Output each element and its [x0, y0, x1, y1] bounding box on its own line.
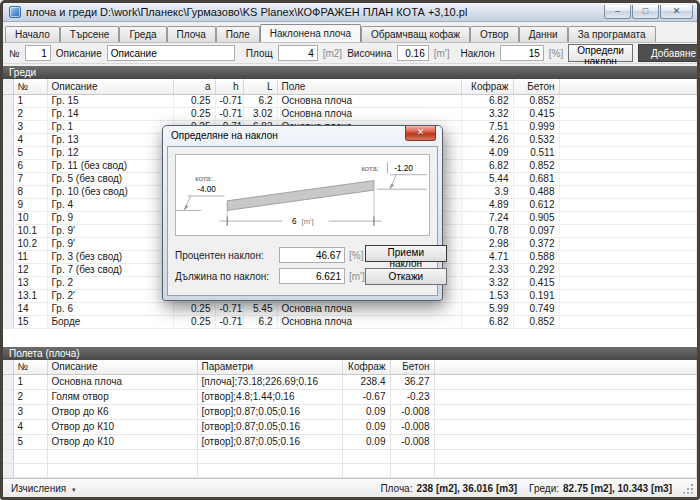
row-selector[interactable]	[3, 237, 13, 250]
table-row[interactable]: 4Отвор до К10[отвор];0.87;0.05;0.160.09-…	[3, 420, 697, 435]
column-header-no[interactable]: №	[13, 360, 47, 375]
column-header-kofraj[interactable]: Кофраж	[342, 360, 390, 375]
column-header-l[interactable]: L	[243, 79, 277, 94]
cell-filler	[559, 302, 697, 315]
row-selector[interactable]	[3, 450, 13, 464]
area-input[interactable]	[278, 45, 318, 61]
cell-beton: 0.749	[513, 302, 559, 315]
column-header-a[interactable]: a	[173, 79, 215, 94]
calculations-menu[interactable]: Изчисления ▾	[11, 483, 75, 494]
column-header-beton[interactable]: Бетон	[390, 360, 434, 375]
cell-filler	[434, 420, 697, 435]
column-header-beton[interactable]: Бетон	[513, 79, 559, 94]
cell-filler	[559, 94, 697, 107]
row-selector[interactable]	[3, 172, 13, 185]
column-header-h[interactable]: h	[215, 79, 243, 94]
column-header-kofraj[interactable]: Кофраж	[461, 79, 513, 94]
tab-1[interactable]: Търсене	[60, 26, 120, 42]
slab-total-value: 238 [m2], 36.016 [m3]	[416, 483, 517, 494]
tab-2[interactable]: Греда	[119, 26, 166, 42]
row-selector[interactable]	[3, 146, 13, 159]
row-selector[interactable]	[3, 302, 13, 315]
maximize-button[interactable]: □	[632, 5, 659, 19]
number-input[interactable]	[25, 45, 51, 61]
table-row[interactable]: 2Гр. 140.25-0.713.02Основна плоча3.320.4…	[3, 107, 697, 120]
table-row[interactable]: 1Основна плоча[плоча];73.18;226.69;0.162…	[3, 375, 697, 390]
cell-filler	[434, 405, 697, 420]
row-selector[interactable]	[3, 405, 13, 420]
accept-slope-button[interactable]: Приеми наклон	[365, 245, 447, 262]
table-row[interactable]: 1Гр. 150.25-0.716.2Основна плоча6.820.85…	[3, 94, 697, 107]
row-selector[interactable]	[3, 464, 13, 478]
column-header-desc[interactable]: Описание	[47, 79, 173, 94]
column-header-params[interactable]: Параметри	[197, 360, 342, 375]
define-slope-button[interactable]: Определи наклон	[568, 44, 633, 62]
cell-no: 2	[13, 390, 47, 405]
tab-5[interactable]: Наклонена плоча	[260, 24, 361, 42]
row-selector[interactable]	[3, 198, 13, 211]
row-selector[interactable]	[3, 250, 13, 263]
cancel-button[interactable]: Откажи	[365, 268, 447, 285]
table-row[interactable]: 15Борде0.25-0.716.2Основна плоча6.820.85…	[3, 315, 697, 328]
description-input[interactable]	[107, 45, 235, 61]
row-selector[interactable]	[3, 263, 13, 276]
row-selector[interactable]	[3, 289, 13, 302]
table-row[interactable]: 2Голям отвор[отвор];4.8;1.44;0.16-0.67-0…	[3, 390, 697, 405]
row-selector[interactable]	[3, 435, 13, 450]
row-selector[interactable]	[3, 185, 13, 198]
row-selector[interactable]	[3, 375, 13, 390]
span-value: 6	[292, 217, 297, 226]
titlebar: плоча и греди D:\work\Планекс\Гурмазово\…	[3, 3, 697, 22]
cell-desc: Гр. 10 (без свод)	[47, 185, 173, 198]
row-selector[interactable]	[3, 133, 13, 146]
cell-beton: 0.097	[513, 224, 559, 237]
tab-8[interactable]: Данни	[519, 26, 568, 42]
tab-9[interactable]: За програмата	[568, 26, 656, 42]
cell-no: 13	[13, 276, 47, 289]
table-row[interactable]	[3, 464, 697, 478]
table-row[interactable]: 3Отвор до К6[отвор];0.87;0.05;0.160.09-0…	[3, 405, 697, 420]
cell-desc: Отвор до К6	[47, 405, 197, 420]
row-selector[interactable]	[3, 390, 13, 405]
slope-input[interactable]	[500, 45, 544, 61]
tab-3[interactable]: Плоча	[167, 26, 216, 42]
row-selector[interactable]	[3, 120, 13, 133]
row-selector[interactable]	[3, 159, 13, 172]
minimize-button[interactable]: –	[604, 5, 631, 19]
cell-beton: 0.588	[513, 250, 559, 263]
slope-length-input[interactable]	[279, 268, 345, 284]
tab-6[interactable]: Обрамчващ кофаж	[361, 26, 470, 42]
table-row[interactable]	[3, 450, 697, 464]
row-selector[interactable]	[3, 211, 13, 224]
cell-filler	[559, 198, 697, 211]
cell-a: 0.25	[173, 302, 215, 315]
tab-0[interactable]: Начало	[5, 26, 60, 42]
tab-7[interactable]: Отвор	[470, 26, 519, 42]
row-selector[interactable]	[3, 276, 13, 289]
dialog-close-button[interactable]: ✕	[405, 126, 436, 141]
close-button[interactable]: ✕	[660, 5, 693, 19]
row-selector[interactable]	[3, 107, 13, 120]
row-selector[interactable]	[3, 224, 13, 237]
percent-slope-input[interactable]	[279, 247, 345, 263]
column-header-no[interactable]: №	[13, 79, 47, 94]
row-selector[interactable]	[3, 94, 13, 107]
row-selector[interactable]	[3, 315, 13, 328]
cell-desc: Борде	[47, 315, 173, 328]
column-header-desc[interactable]: Описание	[47, 360, 197, 375]
table-row[interactable]: 5Отвор до К10[отвор];0.87;0.05;0.160.09-…	[3, 435, 697, 450]
table-row[interactable]: 14Гр. 60.25-0.715.45Основна плоча5.990.7…	[3, 302, 697, 315]
height-input[interactable]	[397, 45, 429, 61]
cell-kofraj: 7.24	[461, 211, 513, 224]
cell-beton: 0.488	[513, 185, 559, 198]
cell-beton: 0.681	[513, 172, 559, 185]
column-header-pole[interactable]: Поле	[277, 79, 461, 94]
slope-diagram: кота: -4.00 кота: -1.20	[175, 154, 430, 236]
tab-4[interactable]: Поле	[216, 26, 260, 42]
row-selector-header	[3, 79, 13, 94]
row-selector[interactable]	[3, 420, 13, 435]
cell-kofraj: 238.4	[342, 375, 390, 390]
resize-grip[interactable]	[682, 483, 693, 494]
add-button[interactable]: Добавяне	[638, 44, 700, 62]
column-header-filler	[434, 360, 697, 375]
